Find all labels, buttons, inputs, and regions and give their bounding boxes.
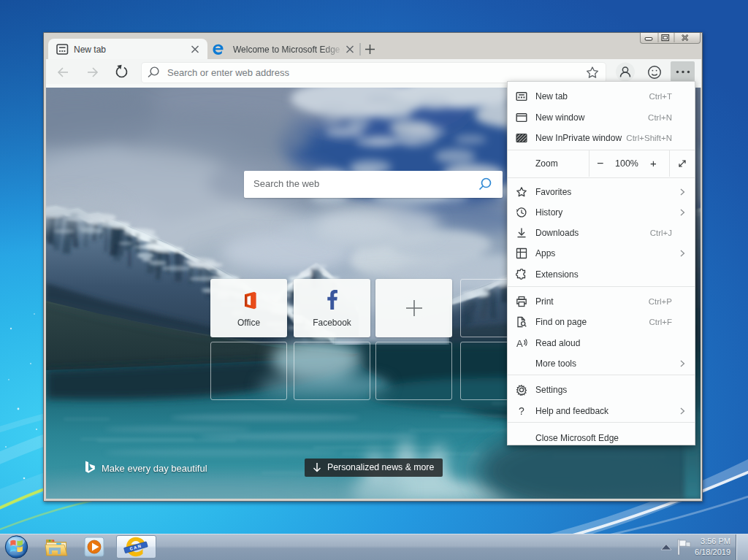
svg-text:?: ? <box>519 405 524 417</box>
svg-text:A: A <box>516 338 523 349</box>
